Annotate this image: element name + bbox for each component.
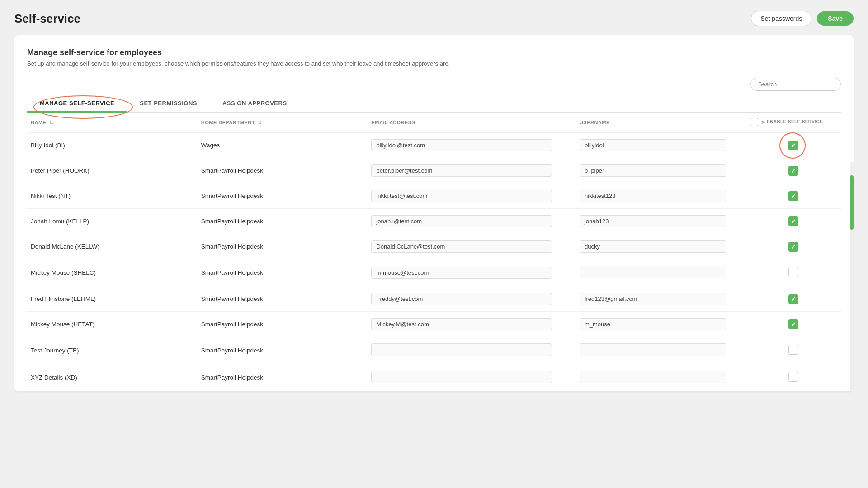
- table-row: Test Journey (TE)SmartPayroll Helpdesk: [27, 337, 841, 364]
- page-title: Self-service: [14, 12, 80, 26]
- cell-name: Fred Flinstone (LEHML): [27, 286, 198, 312]
- checkbox-enabled[interactable]: [788, 242, 798, 252]
- table-header-row: NAME ⇅ HOME DEPARTMENT ⇅ EMAIL ADDRESS U…: [27, 113, 841, 133]
- username-display-empty: [580, 266, 726, 278]
- cell-dept: SmartPayroll Helpdesk: [198, 286, 368, 312]
- cell-enable: [746, 337, 841, 364]
- username-display: m_mouse: [580, 318, 726, 330]
- table-container: NAME ⇅ HOME DEPARTMENT ⇅ EMAIL ADDRESS U…: [27, 113, 841, 391]
- table-body: Billy Idol (BI)Wagesbilly.idol@test.comb…: [27, 133, 841, 391]
- table-row: Peter Piper (HOORK)SmartPayroll Helpdesk…: [27, 158, 841, 183]
- cell-name: Billy Idol (BI): [27, 133, 198, 158]
- main-card: Manage self-service for employees Set up…: [14, 35, 854, 391]
- page-wrapper: Self-service Set passwords Save Manage s…: [0, 0, 868, 488]
- email-display: Donald.CcLane@test.com: [371, 240, 552, 253]
- cell-name: Mickey Mouse (SHELC): [27, 259, 198, 286]
- email-display: nikki.test@test.com: [371, 190, 552, 202]
- save-button[interactable]: Save: [817, 11, 854, 26]
- cell-username: jonah123: [576, 209, 746, 234]
- email-display: Freddy@test.com: [371, 293, 552, 305]
- checkbox-enabled[interactable]: [788, 166, 798, 176]
- header-actions: Set passwords Save: [751, 11, 854, 26]
- username-display: fred123@gmail.com: [580, 293, 726, 305]
- checkbox-enabled[interactable]: [788, 294, 798, 304]
- cell-email: jonah.l@test.com: [368, 209, 576, 234]
- sort-icon-enable[interactable]: ⇅: [761, 120, 765, 125]
- col-header-username: USERNAME: [576, 113, 746, 133]
- col-header-email: EMAIL ADDRESS: [368, 113, 576, 133]
- checkbox-annotation-wrapper: [788, 141, 798, 150]
- checkbox-disabled[interactable]: [788, 267, 798, 277]
- tab-set-permissions[interactable]: SET PERMISSIONS: [127, 94, 210, 112]
- search-input[interactable]: [750, 78, 841, 91]
- cell-name: Nikki Test (NT): [27, 183, 198, 209]
- cell-enable: [746, 312, 841, 337]
- cell-name: Jonah Lomu (KELLP): [27, 209, 198, 234]
- cell-dept: Wages: [198, 133, 368, 158]
- cell-username: fred123@gmail.com: [576, 286, 746, 312]
- card-subtitle: Set up and manage self-service for your …: [27, 60, 841, 67]
- username-display-empty: [580, 343, 726, 356]
- cell-enable: [746, 234, 841, 259]
- username-display: jonah123: [580, 215, 726, 227]
- email-display-empty: [371, 343, 552, 356]
- cell-dept: SmartPayroll Helpdesk: [198, 259, 368, 286]
- username-display: billyidol: [580, 139, 726, 151]
- cell-username: m_mouse: [576, 312, 746, 337]
- cell-username: nikkitest123: [576, 183, 746, 209]
- username-display: ducky: [580, 240, 726, 253]
- card-heading: Manage self-service for employees: [27, 48, 841, 57]
- checkbox-enabled[interactable]: [788, 191, 798, 201]
- cell-email: nikki.test@test.com: [368, 183, 576, 209]
- cell-email: billy.idol@test.com: [368, 133, 576, 158]
- col-header-enable: ⇅ ENABLE SELF-SERVICE: [746, 113, 841, 133]
- cell-dept: SmartPayroll Helpdesk: [198, 234, 368, 259]
- tab-manage-self-service[interactable]: MANAGE SELF-SERVICE: [27, 94, 127, 112]
- cell-enable: [746, 209, 841, 234]
- cell-dept: SmartPayroll Helpdesk: [198, 364, 368, 391]
- email-display: jonah.l@test.com: [371, 215, 552, 227]
- username-display: nikkitest123: [580, 190, 726, 202]
- cell-dept: SmartPayroll Helpdesk: [198, 312, 368, 337]
- cell-username: ducky: [576, 234, 746, 259]
- cell-enable: [746, 259, 841, 286]
- cell-dept: SmartPayroll Helpdesk: [198, 183, 368, 209]
- scrollbar-track[interactable]: [850, 162, 854, 391]
- username-display: p_piper: [580, 164, 726, 177]
- cell-enable: [746, 286, 841, 312]
- set-passwords-button[interactable]: Set passwords: [751, 11, 811, 26]
- cell-name: Donald McLane (KELLW): [27, 234, 198, 259]
- email-display-empty: [371, 371, 552, 383]
- employees-table: NAME ⇅ HOME DEPARTMENT ⇅ EMAIL ADDRESS U…: [27, 113, 841, 391]
- email-display: m.mouse@test.com: [371, 267, 552, 279]
- checkbox-disabled[interactable]: [788, 372, 798, 382]
- col-header-dept: HOME DEPARTMENT ⇅: [198, 113, 368, 133]
- checkbox-enabled[interactable]: [788, 319, 798, 329]
- cell-dept: SmartPayroll Helpdesk: [198, 158, 368, 183]
- table-row: Nikki Test (NT)SmartPayroll Helpdesknikk…: [27, 183, 841, 209]
- table-row: Billy Idol (BI)Wagesbilly.idol@test.comb…: [27, 133, 841, 158]
- checkbox-enabled[interactable]: [788, 141, 798, 150]
- table-row: Jonah Lomu (KELLP)SmartPayroll Helpdeskj…: [27, 209, 841, 234]
- checkbox-enabled[interactable]: [788, 216, 798, 226]
- tabs-row: MANAGE SELF-SERVICE SET PERMISSIONS ASSI…: [27, 94, 841, 113]
- cell-username: [576, 364, 746, 391]
- select-all-checkbox[interactable]: [750, 118, 758, 126]
- cell-name: Peter Piper (HOORK): [27, 158, 198, 183]
- scrollbar-thumb[interactable]: [850, 175, 854, 230]
- tab-assign-approvers[interactable]: ASSIGN APPROVERS: [210, 94, 300, 112]
- table-row: Fred Flinstone (LEHML)SmartPayroll Helpd…: [27, 286, 841, 312]
- table-row: Donald McLane (KELLW)SmartPayroll Helpde…: [27, 234, 841, 259]
- cell-username: billyidol: [576, 133, 746, 158]
- col-header-name: NAME ⇅: [27, 113, 198, 133]
- sort-icon-dept[interactable]: ⇅: [258, 120, 262, 125]
- email-display: billy.idol@test.com: [371, 139, 552, 151]
- email-display: peter.piper@test.com: [371, 164, 552, 177]
- search-row: [27, 78, 841, 91]
- sort-icon-name[interactable]: ⇅: [49, 120, 53, 125]
- cell-email: m.mouse@test.com: [368, 259, 576, 286]
- cell-name: Test Journey (TE): [27, 337, 198, 364]
- cell-username: [576, 337, 746, 364]
- cell-email: Donald.CcLane@test.com: [368, 234, 576, 259]
- checkbox-disabled[interactable]: [788, 345, 798, 355]
